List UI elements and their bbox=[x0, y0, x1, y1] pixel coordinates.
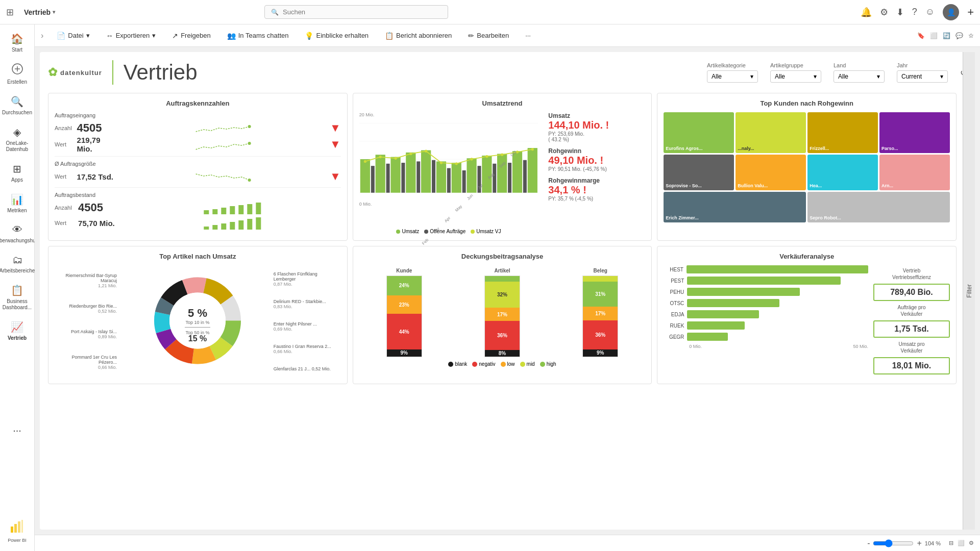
kunde-erich: Erich Zimmer... bbox=[664, 192, 806, 222]
kpi-group-groesse: Ø Auftragsgröße Wert 17,52 Tsd. ▼ bbox=[55, 161, 341, 188]
sidebar-item-durchsuchen[interactable]: 🔍 Durchsuchen bbox=[0, 91, 35, 120]
kpi-label-groesse: Wert bbox=[55, 173, 73, 180]
sidebar-item-more[interactable]: ··· bbox=[0, 420, 35, 440]
toolbar-teams[interactable]: 👥 In Teams chatten bbox=[224, 30, 292, 42]
powerbi-logo: Power BI bbox=[4, 515, 31, 547]
filter-select-jahr[interactable]: Current ▾ bbox=[897, 70, 948, 83]
sidebar-item-metriken[interactable]: 📊 Metriken bbox=[0, 189, 35, 218]
legend-text-negativ: negativ bbox=[479, 361, 495, 367]
svg-point-55 bbox=[409, 153, 412, 155]
download-icon[interactable]: ⬇ bbox=[896, 7, 904, 18]
umsatz-kpi-side: Umsatz 144,10 Mio. ! PY: 253,69 Mio. ( 4… bbox=[543, 112, 645, 234]
sidebar-item-onelake[interactable]: ◈ OneLake-Datenhub bbox=[0, 122, 35, 157]
toolbar-bearbeiten[interactable]: ✏ Bearbeiten bbox=[465, 30, 512, 42]
teams-icon: 👥 bbox=[227, 32, 236, 40]
hbar-gegr: GEGR bbox=[664, 333, 868, 341]
refresh-icon[interactable]: 🔄 bbox=[943, 32, 950, 39]
zoom-slider-input[interactable] bbox=[873, 539, 914, 547]
filter-select-land[interactable]: Alle ▾ bbox=[834, 70, 885, 83]
vertrieb-icon: 📈 bbox=[11, 321, 23, 333]
toolbar-exportieren[interactable]: ↔ Exportieren ▾ bbox=[103, 30, 159, 42]
toolbar-freigeben-label: Freigeben bbox=[181, 32, 211, 39]
search-input[interactable] bbox=[283, 8, 442, 16]
settings-icon[interactable]: ⚙ bbox=[880, 7, 888, 18]
view-icon[interactable]: ⬜ bbox=[930, 32, 938, 39]
svg-point-58 bbox=[455, 162, 457, 165]
filter-panel[interactable]: Filter bbox=[963, 52, 975, 530]
toolbar-expand-icon[interactable]: › bbox=[41, 31, 43, 40]
settings-icon-bottom[interactable]: ⚙ bbox=[969, 540, 974, 546]
v-kpi-value-auftraege: 1,75 Tsd. bbox=[894, 324, 928, 333]
smiley-icon[interactable]: ☺ bbox=[925, 7, 935, 17]
svg-rect-31 bbox=[390, 157, 400, 193]
toolbar-more[interactable]: ··· bbox=[522, 30, 534, 41]
sidebar-item-uberwachung[interactable]: 👁 Überwachungshub bbox=[0, 220, 35, 248]
seg-beleg-high2 bbox=[583, 276, 618, 282]
grid-icon[interactable]: ⊞ bbox=[6, 7, 14, 18]
kpi-umsatz-change: ( 43.2 %) bbox=[548, 137, 645, 142]
widget-verkaeufer: Verkäuferanalyse HEST PEST bbox=[657, 246, 957, 384]
view-icon-bottom[interactable]: ⊟ bbox=[949, 540, 953, 546]
legend-text-low: low bbox=[507, 361, 515, 367]
svg-rect-11 bbox=[212, 209, 217, 214]
hbar-label-edja: EDJA bbox=[664, 312, 684, 317]
svg-rect-14 bbox=[238, 205, 243, 214]
filter-artikelkategorie: Artikelkategorie Alle ▾ bbox=[707, 62, 758, 83]
kpi-marge-label: Rohgewinnmarge bbox=[548, 177, 645, 184]
zoom-minus[interactable]: - bbox=[867, 539, 870, 548]
sidebar-item-business[interactable]: 📋 Business Dashboard... bbox=[0, 280, 35, 315]
svg-point-59 bbox=[470, 158, 473, 160]
seg-artikel-high2: 32% bbox=[485, 282, 520, 308]
toolbar-datei[interactable]: 📄 Datei ▾ bbox=[54, 30, 92, 42]
toolbar-abonnieren[interactable]: 📋 Bericht abonnieren bbox=[382, 30, 455, 42]
widget-umsatztrend: Umsatztrend 20 Mio. bbox=[353, 93, 652, 241]
svg-rect-42 bbox=[386, 164, 389, 193]
filter-select-artikelkategorie[interactable]: Alle ▾ bbox=[707, 70, 758, 83]
app-title[interactable]: Vertrieb ▾ bbox=[24, 8, 55, 16]
legend-low: low bbox=[501, 361, 515, 367]
svg-rect-34 bbox=[436, 161, 446, 192]
kunde-sepro: Sepro Robot... bbox=[807, 192, 950, 222]
sidebar-label-apps: Apps bbox=[11, 177, 23, 183]
toolbar-freigeben[interactable]: ↗ Freigeben bbox=[169, 30, 214, 42]
sidebar-item-arbeits[interactable]: 🗂 Arbeitsbereiche bbox=[0, 250, 35, 278]
hbar-label-pest: PEST bbox=[664, 278, 684, 284]
v-kpi-label-vertrieb: Vertrieb Vertriebseffizienz bbox=[873, 267, 950, 281]
add-icon[interactable]: + bbox=[967, 6, 974, 19]
umsatz-chart-area: 20 Mio. bbox=[359, 112, 538, 234]
v-kpi-vertrieb: 789,40 Bio. bbox=[873, 284, 950, 301]
favorite-icon[interactable]: ☆ bbox=[968, 32, 974, 39]
bottom-bar: - + 104 % ⊟ ⬜ ⚙ bbox=[35, 535, 980, 551]
sidebar-item-erstellen[interactable]: Erstellen bbox=[0, 59, 35, 89]
bookmark-icon[interactable]: 🔖 bbox=[917, 32, 925, 39]
top-nav-icons: 🔔 ⚙ ⬇ ? ☺ 👤 + bbox=[861, 4, 974, 20]
comment-icon[interactable]: 💬 bbox=[955, 32, 963, 39]
kpi-group-title-groesse: Ø Auftragsgröße bbox=[55, 161, 341, 167]
legend-blank: blank bbox=[448, 361, 467, 367]
artikel-label-2: Port Askaig - Islay Si... 0,89 Mio. bbox=[55, 329, 117, 339]
bell-icon[interactable]: 🔔 bbox=[861, 7, 872, 18]
zoom-controls: - + 104 % bbox=[867, 539, 941, 548]
kpi-label-bestand-wert: Wert bbox=[55, 220, 74, 226]
sidebar-item-apps[interactable]: ⊞ Apps bbox=[0, 159, 35, 187]
deckung-bars: Kunde 24% 23% 44% 9% Artikel bbox=[359, 265, 646, 357]
sidebar-item-start[interactable]: 🏠 Start bbox=[0, 29, 35, 57]
toolbar-exportieren-label: Exportieren bbox=[116, 32, 150, 39]
avatar[interactable]: 👤 bbox=[943, 4, 959, 20]
fullscreen-icon[interactable]: ⬜ bbox=[958, 540, 965, 546]
search-bar[interactable]: 🔍 bbox=[264, 5, 448, 19]
filter-select-artikelgruppe[interactable]: Alle ▾ bbox=[770, 70, 821, 83]
toolbar-einblicke[interactable]: 💡 Einblicke erhalten bbox=[302, 30, 372, 42]
widget-title-umsatz: Umsatztrend bbox=[359, 99, 646, 107]
kpi-umsatz-py: PY: 253,69 Mio. bbox=[548, 131, 645, 137]
filter-land: Land Alle ▾ bbox=[834, 62, 885, 83]
help-icon[interactable]: ? bbox=[912, 7, 917, 17]
zoom-plus[interactable]: + bbox=[917, 539, 921, 548]
export-chevron: ▾ bbox=[152, 32, 156, 39]
svg-rect-39 bbox=[512, 151, 522, 193]
deckung-label-kunde: Kunde bbox=[396, 268, 412, 273]
sidebar-item-vertrieb[interactable]: 📈 Vertrieb bbox=[0, 317, 35, 345]
umsatz-chart-svg bbox=[359, 118, 538, 200]
widget-top-kunden: Top Kunden nach Rohgewinn Eurofins Agros… bbox=[657, 93, 957, 241]
svg-point-61 bbox=[501, 154, 503, 156]
